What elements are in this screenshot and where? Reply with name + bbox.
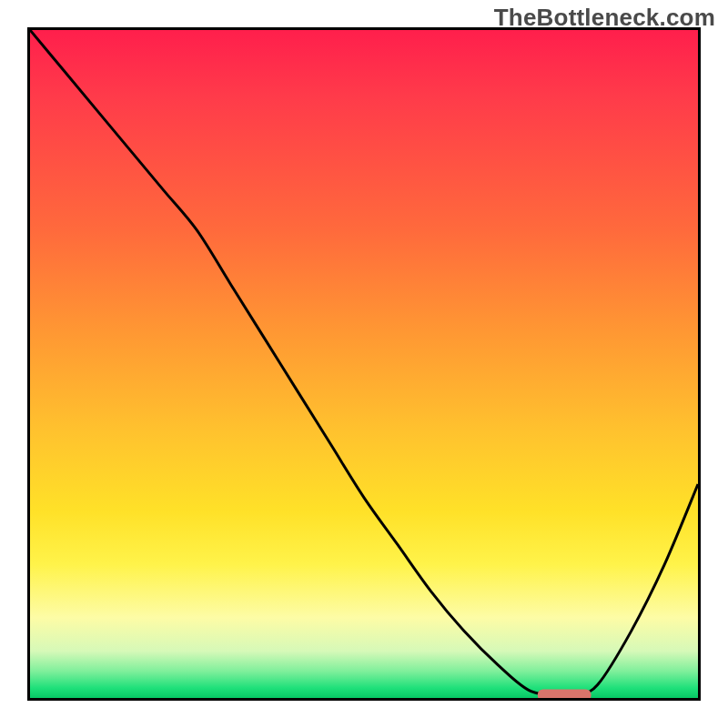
watermark-text: TheBottleneck.com bbox=[494, 4, 715, 32]
chart-stage: TheBottleneck.com bbox=[0, 0, 728, 728]
highlight-marker bbox=[538, 689, 592, 698]
bottleneck-curve bbox=[30, 30, 698, 695]
plot-frame bbox=[27, 27, 701, 701]
chart-overlay bbox=[30, 30, 698, 698]
